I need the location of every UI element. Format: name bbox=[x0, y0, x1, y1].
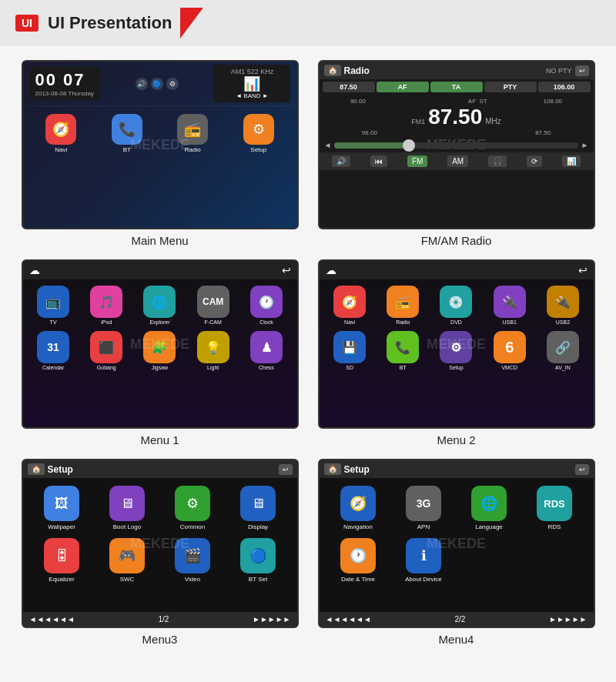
mm-app-radio[interactable]: 📻 Radio bbox=[162, 114, 224, 153]
menu3-bootlogo[interactable]: 🖥 Boot Logo bbox=[98, 486, 157, 530]
menu4-navigation[interactable]: 🧭 Navigation bbox=[329, 486, 388, 530]
mm-radio-label-app: Radio bbox=[185, 146, 201, 153]
menu2-avin-label: AV_IN bbox=[555, 365, 571, 370]
radio-back-btn[interactable]: ↩ bbox=[575, 65, 589, 76]
menu4-arr1[interactable]: ◄◄◄◄◄◄ bbox=[326, 615, 371, 623]
menu4-about[interactable]: ℹ About Device bbox=[394, 538, 454, 583]
menu2-radio[interactable]: 📻 Radio bbox=[379, 286, 427, 325]
radio-am-btn[interactable]: AM bbox=[447, 155, 468, 167]
menu4-language[interactable]: 🌐 Language bbox=[460, 486, 519, 530]
cell-main-menu: MEKEDE 00 07 2013-08-08 Thursday 🔊 🔵 ⚙ A… bbox=[12, 54, 308, 253]
radio-fm-btn[interactable]: FM bbox=[407, 155, 427, 167]
menu2-screen[interactable]: MEKEDE ☁ ↩ 🧭 Navi 📻 Radio 💿 DVD bbox=[318, 259, 595, 429]
menu1-light[interactable]: 💡 Light bbox=[189, 331, 237, 370]
menu1-gobang[interactable]: ⬛ Gobang bbox=[82, 331, 131, 370]
mm-navi-icon: 🧭 bbox=[45, 114, 76, 145]
menu3-home-btn[interactable]: 🏠 bbox=[28, 463, 45, 475]
menu2-sd-icon: 💾 bbox=[333, 331, 366, 363]
menu2-radio-label: Radio bbox=[396, 319, 410, 325]
menu3-wallpaper[interactable]: 🖼 Wallpaper bbox=[32, 486, 92, 530]
menu2-avin[interactable]: 🔗 AV_IN bbox=[538, 331, 587, 370]
radio-bottom-sub: 98.00 87.50 bbox=[323, 129, 591, 136]
menu2-usb1[interactable]: 🔌 USB1 bbox=[485, 286, 534, 325]
menu4-home-btn[interactable]: 🏠 bbox=[324, 463, 341, 475]
radio-fm1-label: FM1 bbox=[411, 118, 425, 125]
menu4-empty1-icon bbox=[471, 538, 507, 573]
radio-btn-af[interactable]: AF bbox=[377, 82, 429, 92]
menu4-screen[interactable]: MEKEDE 🏠 Setup ↩ 🧭 Navigation 3G APN 🌐 L bbox=[318, 459, 595, 628]
radio-btn-ta[interactable]: TA bbox=[430, 82, 483, 92]
radio-bars-btn[interactable]: 📊 bbox=[562, 155, 581, 167]
radio-prev-btn[interactable]: ⏮ bbox=[370, 155, 387, 167]
menu2-home-icon[interactable]: ☁ bbox=[326, 264, 336, 276]
radio-btn-pty[interactable]: PTY bbox=[484, 82, 537, 92]
radio-slider-bar[interactable] bbox=[334, 142, 578, 149]
radio-vol-btn[interactable]: 🔊 bbox=[332, 155, 350, 167]
menu4-nav-right[interactable]: ►►►►► bbox=[549, 615, 588, 623]
radio-f90: 90.00 bbox=[350, 98, 366, 105]
menu1-jigsaw[interactable]: 🧩 Jigsaw bbox=[136, 331, 184, 370]
menu2-back-icon[interactable]: ↩ bbox=[578, 264, 588, 276]
menu3-arr1[interactable]: ◄◄◄◄◄◄ bbox=[29, 615, 75, 623]
menu3-title: Setup bbox=[48, 464, 276, 475]
menu3-back-btn[interactable]: ↩ bbox=[279, 464, 293, 475]
menu3-swc[interactable]: 🎮 SWC bbox=[98, 538, 157, 583]
menu4-empty1 bbox=[460, 538, 519, 583]
menu1-ipod[interactable]: 🎵 iPod bbox=[82, 286, 131, 325]
menu2-dvd[interactable]: 💿 DVD bbox=[432, 286, 480, 325]
menu2-bt[interactable]: 📞 BT bbox=[379, 331, 427, 370]
radio-slider-right-arrow[interactable]: ► bbox=[581, 141, 589, 149]
menu4-datetime[interactable]: 🕐 Date & Time bbox=[329, 538, 388, 583]
radio-screen[interactable]: MEKEDE 🏠 Radio NO PTY ↩ 87.50 AF TA PTY … bbox=[318, 60, 595, 229]
menu1-jigsaw-icon: 🧩 bbox=[143, 331, 176, 363]
menu1-back-icon[interactable]: ↩ bbox=[282, 264, 291, 276]
menu2-usb2[interactable]: 🔌 USB2 bbox=[538, 286, 587, 325]
radio-slider-row: ◄ ► bbox=[320, 139, 594, 151]
radio-btn-8750[interactable]: 87.50 bbox=[323, 82, 375, 92]
mm-app-setup[interactable]: ⚙ Setup bbox=[228, 114, 290, 153]
menu3-btset-label: BT Set bbox=[249, 576, 267, 583]
menu1-home-icon[interactable]: ☁ bbox=[29, 264, 40, 276]
menu1-screen[interactable]: MEKEDE ☁ ↩ 📺 TV 🎵 iPod 🌐 Explorer bbox=[22, 259, 299, 429]
menu2-setup[interactable]: ⚙ Setup bbox=[432, 331, 480, 370]
menu4-nav-left[interactable]: ◄◄◄◄◄◄ bbox=[326, 615, 371, 623]
radio-home-btn[interactable]: 🏠 bbox=[324, 65, 341, 76]
main-menu-screen[interactable]: MEKEDE 00 07 2013-08-08 Thursday 🔊 🔵 ⚙ A… bbox=[22, 60, 299, 229]
menu4-back-btn[interactable]: ↩ bbox=[575, 464, 589, 475]
radio-slider-left-arrow[interactable]: ◄ bbox=[324, 141, 332, 149]
menu3-common[interactable]: ⚙ Common bbox=[163, 486, 223, 530]
menu1-gobang-label: Gobang bbox=[97, 365, 116, 370]
menu2-usb2-icon: 🔌 bbox=[547, 286, 579, 318]
menu2-navi[interactable]: 🧭 Navi bbox=[326, 286, 374, 325]
menu1-chess[interactable]: ♟ Chess bbox=[242, 331, 290, 370]
radio-headphone-btn[interactable]: 🎧 bbox=[488, 155, 507, 167]
radio-scan-btn[interactable]: ⟳ bbox=[527, 155, 542, 167]
menu3-arr2[interactable]: ►►►►► bbox=[253, 615, 291, 623]
menu3-btset[interactable]: 🔵 BT Set bbox=[229, 538, 288, 583]
menu2-top-bar: ☁ ↩ bbox=[320, 261, 594, 279]
menu4-rds[interactable]: RDS RDS bbox=[525, 486, 584, 530]
menu3-nav-left[interactable]: ◄◄◄◄◄◄ bbox=[29, 615, 75, 623]
mm-radio-icon: 📻 bbox=[177, 114, 208, 145]
menu3-equalizer[interactable]: 🎛 Equalizer bbox=[32, 538, 92, 583]
menu4-apn[interactable]: 3G APN bbox=[394, 486, 454, 530]
menu2-vmcd-icon: 6 bbox=[494, 331, 526, 363]
menu4-top-bar: 🏠 Setup ↩ bbox=[320, 460, 594, 478]
menu4-arr2[interactable]: ►►►►► bbox=[549, 615, 588, 623]
menu1-explorer[interactable]: 🌐 Explorer bbox=[136, 286, 184, 325]
menu1-calendar[interactable]: 31 Calendar bbox=[29, 331, 78, 370]
menu3-nav-right[interactable]: ►►►►► bbox=[253, 615, 291, 623]
mm-apps: 🧭 Navi 📞 BT 📻 Radio ⚙ Setup bbox=[23, 109, 297, 158]
menu2-vmcd[interactable]: 6 VMCD bbox=[485, 331, 534, 370]
menu3-screen[interactable]: MEKEDE 🏠 Setup ↩ 🖼 Wallpaper 🖥 Boot Logo… bbox=[22, 459, 299, 628]
menu3-display[interactable]: 🖥 Display bbox=[229, 486, 288, 530]
mm-app-bt[interactable]: 📞 BT bbox=[96, 114, 158, 153]
mm-app-navi[interactable]: 🧭 Navi bbox=[31, 114, 92, 153]
menu1-clock[interactable]: 🕐 Clock bbox=[242, 286, 290, 325]
radio-top-bar: 🏠 Radio NO PTY ↩ bbox=[320, 62, 594, 79]
menu2-sd[interactable]: 💾 SD bbox=[326, 331, 374, 370]
menu1-fcam[interactable]: CAM F-CAM bbox=[189, 286, 237, 325]
radio-btn-106[interactable]: 106.00 bbox=[538, 82, 591, 92]
menu3-video[interactable]: 🎬 Video bbox=[163, 538, 223, 583]
menu1-tv[interactable]: 📺 TV bbox=[29, 286, 78, 325]
